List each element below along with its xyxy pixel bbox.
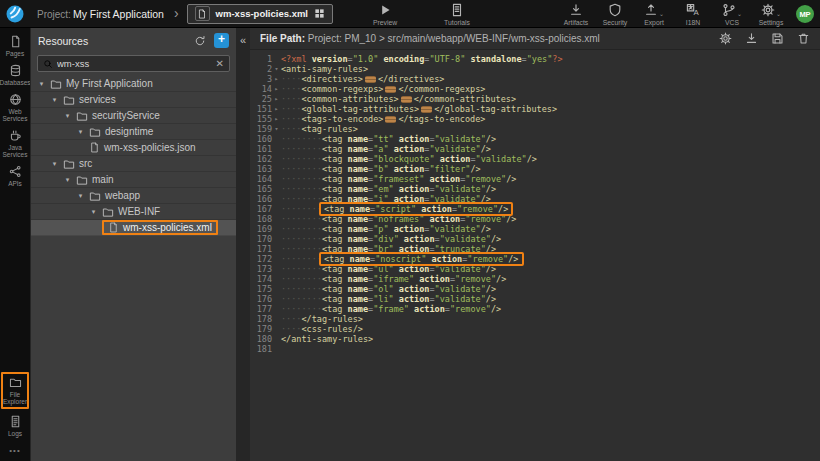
line-number[interactable]: 180 [250, 334, 272, 344]
caret-down-icon[interactable]: ▾ [76, 192, 85, 200]
code-line-170[interactable]: 170········<tag name="div" action="valid… [250, 234, 820, 244]
tree-item-wm-xss-policies-xml[interactable]: wm-xss-policies.xml [31, 220, 236, 236]
fold-caret-icon[interactable]: ▾ [272, 64, 281, 74]
tree-item-securityservice[interactable]: ▾securityService [31, 108, 236, 124]
sidebar-item-java-services[interactable]: Java Services [0, 129, 30, 158]
fold-caret-icon[interactable]: ▸ [272, 74, 281, 84]
security-button[interactable]: Security [600, 0, 630, 28]
sidebar-overflow-button[interactable]: ••• [0, 446, 30, 455]
tree-item-main[interactable]: ▾main [31, 172, 236, 188]
fold-caret-icon[interactable]: ▸ [272, 114, 281, 124]
code-line-151[interactable]: 151▸····<global-tag-attributes></global-… [250, 104, 820, 114]
caret-down-icon[interactable]: ▾ [63, 176, 72, 184]
folded-code-marker[interactable] [385, 86, 396, 93]
tab-wm-xss-policies[interactable]: wm-xss-policies.xml [187, 4, 333, 24]
line-number[interactable]: 174 [250, 274, 272, 284]
sidebar-item-logs[interactable]: Logs [0, 415, 30, 437]
code-line-177[interactable]: 177········<tag name="frame" action="rem… [250, 304, 820, 314]
caret-down-icon[interactable]: ▾ [50, 160, 59, 168]
wavemaker-logo-icon[interactable] [5, 4, 25, 24]
code-line-180[interactable]: 180</anti-samy-rules> [250, 334, 820, 344]
fold-caret-icon[interactable]: ▸ [272, 104, 281, 114]
settings-button[interactable]: ⌄Settings [756, 0, 786, 28]
download-button[interactable] [745, 32, 758, 45]
avatar[interactable]: MP [796, 5, 814, 23]
line-number[interactable]: 176 [250, 294, 272, 304]
tutorials-button[interactable]: Tutorials [442, 0, 472, 28]
code-line-181[interactable]: 181 [250, 344, 820, 354]
panel-splitter[interactable]: « [236, 28, 250, 461]
settings-button[interactable] [719, 32, 732, 45]
tree-item-my-first-application[interactable]: ▾My First Application [31, 76, 236, 92]
add-resource-button[interactable]: + [214, 33, 229, 48]
export-button[interactable]: ⌄Export [639, 0, 669, 28]
code-line-3[interactable]: 3▸····<directives></directives> [250, 74, 820, 84]
line-number[interactable]: 1 [250, 54, 272, 64]
code-line-1[interactable]: 1<?xml version="1.0" encoding="UTF-8" st… [250, 54, 820, 64]
line-number[interactable]: 177 [250, 304, 272, 314]
line-number[interactable]: 165 [250, 184, 272, 194]
caret-down-icon[interactable]: ▾ [37, 80, 46, 88]
search-input[interactable] [57, 58, 212, 69]
line-number[interactable]: 175 [250, 284, 272, 294]
vcs-button[interactable]: ⌄VCS [717, 0, 747, 28]
refresh-icon[interactable] [194, 35, 206, 47]
code-line-179[interactable]: 179····<css-rules/> [250, 324, 820, 334]
tree-item-designtime[interactable]: ▾designtime [31, 124, 236, 140]
line-number[interactable]: 14 [250, 84, 272, 94]
code-line-155[interactable]: 155▸····<tags-to-encode></tags-to-encode… [250, 114, 820, 124]
line-number[interactable]: 25 [250, 94, 272, 104]
line-number[interactable]: 151 [250, 104, 272, 114]
caret-down-icon[interactable]: ▾ [76, 128, 85, 136]
fold-caret-icon[interactable]: ▸ [272, 84, 281, 94]
code-line-160[interactable]: 160········<tag name="tt" action="valida… [250, 134, 820, 144]
code-line-178[interactable]: 178····</tag-rules> [250, 314, 820, 324]
code-line-159[interactable]: 159▾····<tag-rules> [250, 124, 820, 134]
code-line-162[interactable]: 162········<tag name="blockquote" action… [250, 154, 820, 164]
caret-down-icon[interactable]: ▾ [89, 208, 98, 216]
line-number[interactable]: 172 [250, 254, 272, 264]
clear-search-icon[interactable]: ✕ [216, 59, 224, 69]
tree-item-web-inf[interactable]: ▾WEB-INF [31, 204, 236, 220]
code-line-25[interactable]: 25▸····<common-attributes></common-attri… [250, 94, 820, 104]
sidebar-item-databases[interactable]: Databases [0, 64, 30, 86]
line-number[interactable]: 160 [250, 134, 272, 144]
code-line-172[interactable]: 172········<tag name="noscript" action="… [250, 254, 820, 264]
folded-code-marker[interactable] [401, 96, 412, 103]
fold-caret-icon[interactable]: ▾ [272, 124, 281, 134]
line-number[interactable]: 167 [250, 204, 272, 214]
line-number[interactable]: 161 [250, 144, 272, 154]
line-number[interactable]: 2 [250, 64, 272, 74]
folded-code-marker[interactable] [385, 116, 396, 123]
sidebar-item-apis[interactable]: APIs [0, 165, 30, 187]
line-number[interactable]: 159 [250, 124, 272, 134]
preview-button[interactable]: Preview [370, 0, 400, 28]
i18n-button[interactable]: AI18N [678, 0, 708, 28]
code-line-174[interactable]: 174········<tag name="iframe" action="re… [250, 274, 820, 284]
folded-code-marker[interactable] [365, 76, 376, 83]
tree-item-services[interactable]: ▾services [31, 92, 236, 108]
line-number[interactable]: 166 [250, 194, 272, 204]
line-number[interactable]: 178 [250, 314, 272, 324]
artifacts-button[interactable]: Artifacts [561, 0, 591, 28]
line-number[interactable]: 181 [250, 344, 272, 354]
save-button[interactable] [771, 32, 784, 45]
line-number[interactable]: 173 [250, 264, 272, 274]
folded-code-marker[interactable] [421, 106, 432, 113]
code-line-161[interactable]: 161········<tag name="a" action="validat… [250, 144, 820, 154]
line-number[interactable]: 155 [250, 114, 272, 124]
code-line-167[interactable]: 167········<tag name="script" action="re… [250, 204, 820, 214]
code-line-176[interactable]: 176········<tag name="li" action="valida… [250, 294, 820, 304]
code-editor[interactable]: 1<?xml version="1.0" encoding="UTF-8" st… [250, 50, 820, 354]
collapse-panel-icon[interactable]: « [236, 34, 250, 46]
line-number[interactable]: 3 [250, 74, 272, 84]
caret-down-icon[interactable]: ▾ [63, 112, 72, 120]
grid-icon[interactable] [314, 8, 325, 19]
sidebar-item-web-services[interactable]: Web Services [0, 93, 30, 122]
sidebar-item-pages[interactable]: Pages [0, 35, 30, 57]
caret-down-icon[interactable]: ▾ [50, 96, 59, 104]
code-line-165[interactable]: 165········<tag name="em" action="valida… [250, 184, 820, 194]
line-number[interactable]: 170 [250, 234, 272, 244]
delete-button[interactable] [797, 32, 810, 45]
code-line-164[interactable]: 164········<tag name="frameset" action="… [250, 174, 820, 184]
